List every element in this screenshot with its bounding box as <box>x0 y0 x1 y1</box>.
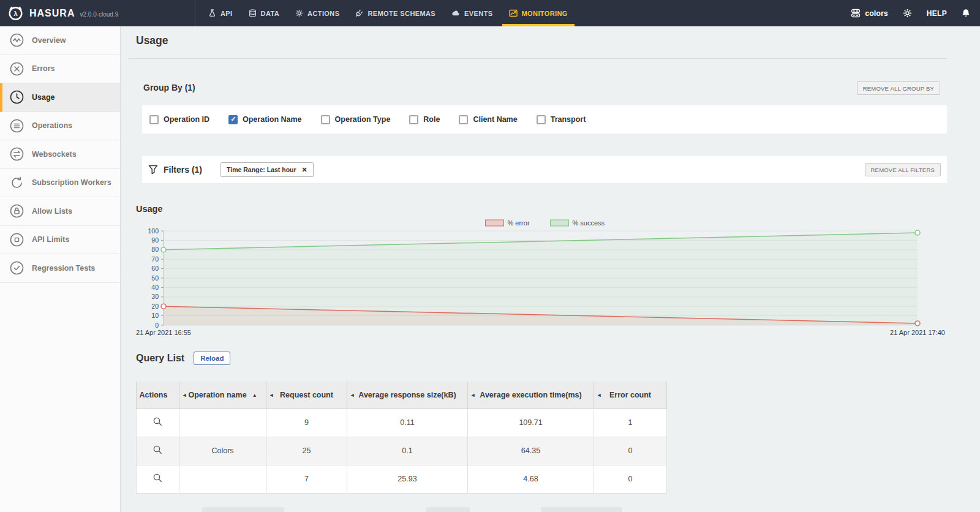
database-icon <box>851 9 861 18</box>
column-header-error-count[interactable]: ◂Error count <box>594 382 667 408</box>
settings-gear-icon[interactable] <box>903 9 912 18</box>
pagination-bar <box>136 507 666 512</box>
cloud-icon <box>451 9 460 17</box>
svg-text:100: 100 <box>148 227 159 235</box>
sidebar-item-api-limits[interactable]: API Limits <box>0 226 120 255</box>
square-icon <box>10 233 24 247</box>
project-selector[interactable]: colors <box>851 9 888 18</box>
group-by-options: Operation ID Operation Name Operation Ty… <box>142 105 947 134</box>
query-list-table: Actions ◂Operation name▲ ◂Request count … <box>136 382 667 494</box>
notifications-bell-icon[interactable] <box>962 9 970 18</box>
sidebar-item-websockets[interactable]: Websockets <box>0 140 120 169</box>
sidebar-item-operations[interactable]: Operations <box>0 112 120 141</box>
group-by-option[interactable]: Operation ID <box>149 115 209 124</box>
group-by-option[interactable]: Transport <box>537 115 586 124</box>
remove-all-group-by-button[interactable]: REMOVE ALL GROUP BY <box>857 81 940 95</box>
pulse-icon <box>10 33 24 47</box>
group-by-option[interactable]: Client Name <box>459 115 517 124</box>
pagination-page-button[interactable] <box>426 507 470 512</box>
check-circle-icon <box>10 261 24 275</box>
nav-item-data[interactable]: DATA <box>241 0 288 26</box>
inspect-row-button[interactable] <box>153 445 163 455</box>
inspect-row-button[interactable] <box>153 416 163 427</box>
clock-icon <box>10 90 24 104</box>
main-nav: API DATA <box>195 0 576 26</box>
filter-chip-time-range[interactable]: Time Range: Last hour ✕ <box>221 162 314 177</box>
pagination-next-button[interactable] <box>541 507 622 512</box>
remove-all-filters-button[interactable]: REMOVE ALL FILTERS <box>865 163 941 176</box>
help-link[interactable]: HELP <box>927 9 947 18</box>
pagination-previous-button[interactable] <box>202 507 284 512</box>
gear-icon <box>295 9 303 17</box>
svg-text:60: 60 <box>151 265 159 272</box>
column-header-actions[interactable]: Actions <box>137 382 179 408</box>
inspect-row-button[interactable] <box>153 473 163 483</box>
table-row: 9 0.11 109.71 1 <box>137 408 667 437</box>
page-title: Usage <box>136 34 168 47</box>
monitoring-sidebar: Overview Errors Usage Operations Websock… <box>0 26 121 512</box>
funnel-icon <box>148 165 158 175</box>
refresh-icon <box>10 176 24 190</box>
checkbox[interactable] <box>149 115 159 124</box>
filters-bar: Filters (1) Time Range: Last hour ✕ REMO… <box>142 156 947 183</box>
hasura-logo-icon[interactable]: λ <box>7 5 24 21</box>
nav-item-actions[interactable]: ACTIONS <box>287 0 347 26</box>
brand-name[interactable]: HASURA <box>29 8 75 19</box>
svg-text:30: 30 <box>151 293 159 300</box>
close-icon[interactable]: ✕ <box>302 167 307 173</box>
sidebar-item-errors[interactable]: Errors <box>0 55 120 84</box>
filters-heading: Filters (1) <box>164 165 202 175</box>
reload-button[interactable]: Reload <box>194 352 230 365</box>
collapse-column-icon[interactable]: ◂ <box>598 392 601 398</box>
sidebar-item-allow-lists[interactable]: Allow Lists <box>0 197 120 226</box>
nav-item-events[interactable]: EVENTS <box>443 0 500 26</box>
sidebar-item-overview[interactable]: Overview <box>0 26 120 55</box>
group-by-option[interactable]: Operation Name <box>228 115 302 124</box>
svg-text:λ: λ <box>13 10 17 17</box>
usage-chart: 010203040506070809010021 Apr 2021 16:552… <box>136 216 947 340</box>
column-header-avg-execution-time[interactable]: ◂Average execution time(ms) <box>468 382 594 408</box>
svg-text:% success: % success <box>573 219 605 227</box>
main-content: Usage Group By (1) REMOVE ALL GROUP BY O… <box>121 26 980 512</box>
checkbox[interactable] <box>228 115 238 124</box>
checkbox[interactable] <box>321 115 330 124</box>
column-header-request-count[interactable]: ◂Request count <box>266 382 347 408</box>
checkbox[interactable] <box>409 115 418 124</box>
svg-text:21 Apr 2021 16:55: 21 Apr 2021 16:55 <box>136 329 191 336</box>
table-row: 7 25.93 4.68 0 <box>137 465 667 493</box>
error-circle-icon <box>10 62 24 76</box>
collapse-column-icon[interactable]: ◂ <box>270 392 273 398</box>
svg-text:0: 0 <box>155 322 159 329</box>
collapse-column-icon[interactable]: ◂ <box>351 392 354 398</box>
svg-text:70: 70 <box>151 255 159 263</box>
collapse-column-icon[interactable]: ◂ <box>472 392 475 398</box>
checkbox[interactable] <box>537 115 546 124</box>
sidebar-item-usage[interactable]: Usage <box>0 83 120 112</box>
table-header-row: Actions ◂Operation name▲ ◂Request count … <box>137 382 667 408</box>
list-icon <box>10 119 24 133</box>
nav-item-monitoring[interactable]: MONITORING <box>501 0 576 26</box>
top-navbar: λ HASURA v2.0.0-cloud.9 API DATA <box>0 0 980 26</box>
table-row: Colors 25 0.1 64.35 0 <box>137 437 667 465</box>
nav-item-remote-schemas[interactable]: REMOTE SCHEMAS <box>347 0 443 26</box>
query-list-heading: Query List <box>136 353 184 364</box>
usage-chart-heading: Usage <box>136 204 163 214</box>
group-by-heading: Group By (1) <box>143 83 195 92</box>
group-by-option[interactable]: Role <box>409 115 440 124</box>
sidebar-item-regression-tests[interactable]: Regression Tests <box>0 254 120 283</box>
nav-item-api[interactable]: API <box>200 0 241 26</box>
svg-text:50: 50 <box>151 274 159 282</box>
group-by-option[interactable]: Operation Type <box>321 115 391 124</box>
checkbox[interactable] <box>459 115 468 124</box>
svg-text:80: 80 <box>151 246 159 253</box>
chart-icon <box>509 9 518 17</box>
collapse-column-icon[interactable]: ◂ <box>183 392 186 398</box>
svg-text:10: 10 <box>151 312 159 319</box>
plug-icon <box>355 9 363 17</box>
sidebar-item-subscription-workers[interactable]: Subscription Workers <box>0 169 120 198</box>
flask-icon <box>208 9 216 17</box>
svg-text:20: 20 <box>151 303 159 310</box>
column-header-avg-response-size[interactable]: ◂Average response size(kB) <box>347 382 468 408</box>
column-header-operation-name[interactable]: ◂Operation name▲ <box>179 382 266 408</box>
svg-text:21 Apr 2021 17:40: 21 Apr 2021 17:40 <box>890 329 945 336</box>
